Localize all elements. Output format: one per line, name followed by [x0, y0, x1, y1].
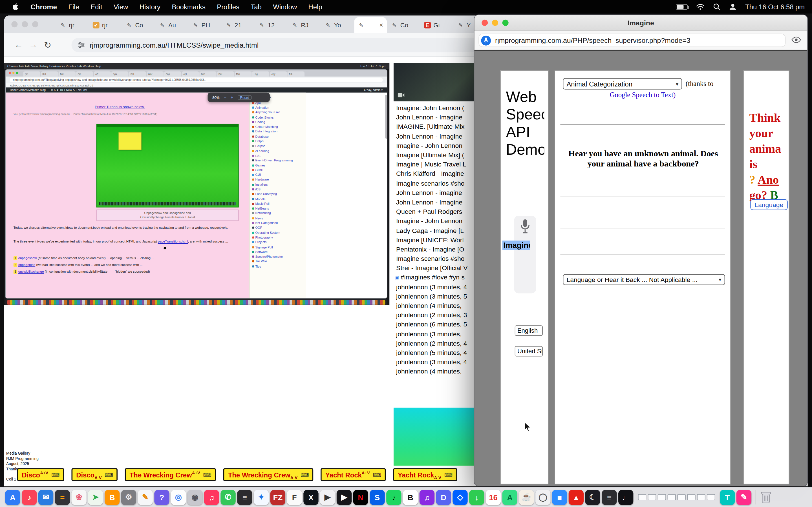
inner-category-link[interactable]: Tiki Wiki: [252, 259, 303, 264]
menu-item[interactable]: Tab: [251, 3, 262, 11]
inner-category-link[interactable]: Moodle: [252, 196, 303, 202]
media-list-item[interactable]: Pentatonix - Imagine [O: [395, 244, 479, 254]
browser-tab[interactable]: ✎ RJ: [288, 17, 320, 33]
inner-category-link[interactable]: ESL: [252, 153, 303, 158]
minimize-window-button[interactable]: [492, 20, 498, 26]
inner-page-transitions-link[interactable]: pageTransitions.html: [158, 239, 188, 243]
media-list-item[interactable]: johnlennon (4 minutes,: [395, 367, 479, 376]
media-list-item[interactable]: johnlennon (3 minutes,: [395, 329, 479, 339]
dock-app-icon[interactable]: ↓: [469, 490, 484, 504]
dock-app-icon[interactable]: ?: [154, 490, 169, 504]
inner-category-link[interactable]: Land Surveying: [252, 192, 303, 196]
dock-app-icon[interactable]: ≡: [237, 490, 252, 504]
minimized-window-tile[interactable]: [648, 494, 656, 500]
menu-item[interactable]: Help: [308, 3, 322, 11]
media-list-item[interactable]: johnlennon (6 minutes, 5: [395, 320, 479, 329]
dock-app-icon[interactable]: ❀: [71, 490, 86, 504]
inner-category-link[interactable]: Database: [252, 134, 303, 139]
united-states-button[interactable]: United States: [515, 346, 543, 356]
dock-app-icon[interactable]: ✦: [254, 490, 269, 504]
trash-icon[interactable]: [760, 490, 771, 504]
inner-category-link[interactable]: Not Categorised: [252, 221, 303, 225]
dock-app-icon[interactable]: ⚙: [121, 490, 136, 504]
inner-category-link[interactable]: Games: [252, 163, 303, 168]
video-preview-thumbnail[interactable]: [394, 63, 478, 101]
zoom-reset-button[interactable]: Reset: [238, 95, 252, 100]
dock-app-icon[interactable]: S: [370, 490, 385, 504]
dock-app-icon[interactable]: B: [403, 490, 418, 504]
inner-category-link[interactable]: Colour Matching: [252, 124, 303, 129]
menu-item[interactable]: History: [140, 3, 160, 11]
inner-category-link[interactable]: Spectro/Photometer: [252, 255, 303, 259]
inner-category-link[interactable]: Anything You Like: [252, 110, 303, 115]
dock-app-icon[interactable]: FZ: [270, 490, 285, 504]
dock-app-icon[interactable]: ✉: [38, 490, 53, 504]
inner-primer-link[interactable]: Primer Tutorial is shown below.: [95, 105, 145, 109]
imagine-title-bar[interactable]: Imagine: [474, 15, 807, 31]
browser-tab[interactable]: ✎ Co: [388, 17, 420, 33]
inner-category-link[interactable]: Animation: [252, 105, 303, 110]
language-button[interactable]: Language: [750, 199, 788, 210]
close-window-button[interactable]: [481, 20, 488, 26]
inner-category-link[interactable]: GUI: [252, 172, 303, 177]
media-list-item[interactable]: John Lennon - Imagine: [395, 113, 479, 122]
media-list-item[interactable]: Lady Gaga - Imagine [L: [395, 226, 479, 235]
minimized-window-tile[interactable]: [707, 494, 715, 500]
media-list-item[interactable]: Chris Kläfford - Imagine: [395, 169, 479, 179]
close-window-button[interactable]: [11, 21, 17, 27]
minimized-window-tile[interactable]: [677, 494, 686, 500]
media-list-item[interactable]: Imagine [UNICEF: Worl: [395, 235, 479, 244]
dock-app-icon[interactable]: ≡: [602, 490, 617, 504]
media-button[interactable]: DiscoA+V⌨: [17, 468, 64, 481]
dock-app-icon[interactable]: ➤: [88, 490, 103, 504]
zoom-in-button[interactable]: +: [231, 95, 234, 100]
media-button[interactable]: Yacht RockA-V⌨: [393, 468, 457, 481]
dock-app-icon[interactable]: ☕: [519, 490, 534, 504]
media-button[interactable]: DiscoA-V⌨: [71, 468, 118, 481]
minimize-window-button[interactable]: [22, 21, 28, 27]
dock-app-icon[interactable]: ◉: [188, 490, 202, 504]
media-list-item[interactable]: IMAGINE. [Ultimate Mix: [395, 122, 479, 131]
media-list-item[interactable]: johnlennon (2 minutes, 4: [395, 339, 479, 348]
inner-category-link[interactable]: Music Poll: [252, 202, 303, 206]
dock-app-icon[interactable]: ■: [552, 490, 567, 504]
site-settings-icon[interactable]: [78, 41, 85, 49]
dock-app-icon[interactable]: B: [105, 490, 119, 504]
imagine-address-field[interactable]: rjmprogramming.com.au/PHP/speech_supervi…: [478, 34, 785, 47]
inner-category-link[interactable]: Delphi: [252, 139, 303, 144]
media-list-item[interactable]: Imagine scenarios #sho: [395, 179, 479, 188]
inner-category-link[interactable]: Installers: [252, 182, 303, 187]
browser-tab[interactable]: ✎ rjr: [56, 17, 89, 33]
inner-category-link[interactable]: Eclipse: [252, 144, 303, 149]
inner-category-link[interactable]: Networking: [252, 211, 303, 216]
browser-tab[interactable]: ✎ Yo: [321, 17, 354, 33]
inner-category-link[interactable]: GIMP: [252, 168, 303, 172]
media-list-item[interactable]: Queen + Paul Rodgers: [395, 207, 479, 216]
zoom-window-button[interactable]: [32, 21, 38, 27]
menu-item[interactable]: Profiles: [217, 3, 239, 11]
inner-category-link[interactable]: News: [252, 216, 303, 221]
dock-app-icon[interactable]: ✎: [138, 490, 153, 504]
minimized-window-tile[interactable]: [697, 494, 705, 500]
forward-button[interactable]: →: [26, 40, 40, 50]
dock-app-icon[interactable]: A: [5, 490, 20, 504]
dock-app-icon[interactable]: ♫: [204, 490, 219, 504]
media-list-item[interactable]: johnlennon (4 minutes,: [395, 301, 479, 311]
media-list-item[interactable]: Imagine | Music Travel L: [395, 160, 479, 169]
inner-category-link[interactable]: Code::Blocks: [252, 115, 303, 120]
menu-item[interactable]: Edit: [91, 3, 102, 11]
reload-button[interactable]: ↻: [40, 40, 55, 51]
inner-category-link[interactable]: Data Integration: [252, 129, 303, 134]
dock-app-icon[interactable]: ♩: [618, 490, 633, 504]
english-button[interactable]: English: [515, 325, 543, 336]
language-select[interactable]: Language or Hear it Back ... Not Applica…: [563, 274, 725, 285]
media-list-item[interactable]: johnlennon (3 minutes, 4: [395, 357, 479, 367]
zoom-out-button[interactable]: −: [223, 95, 226, 100]
browser-tab[interactable]: ✎ Co: [122, 17, 155, 33]
inner-category-link[interactable]: Photography: [252, 235, 303, 240]
minimized-window-tile[interactable]: [668, 494, 676, 500]
dock-app-icon[interactable]: ◇: [453, 490, 467, 504]
media-list-item[interactable]: johnlennon (2 minutes, 3: [395, 311, 479, 320]
menu-item[interactable]: View: [114, 3, 128, 11]
inner-category-link[interactable]: Event-Driven Programming: [252, 158, 303, 163]
